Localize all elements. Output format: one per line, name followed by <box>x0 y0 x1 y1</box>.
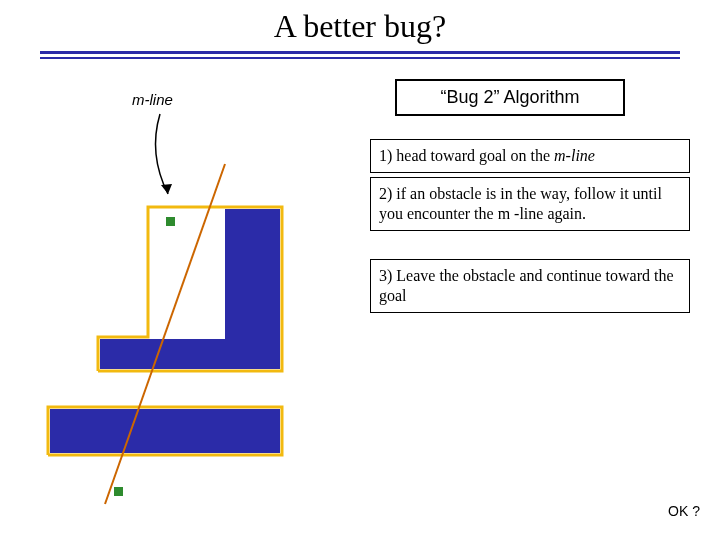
step-2: 2) if an obstacle is in the way, follow … <box>370 177 690 231</box>
waypoint-start <box>114 487 123 496</box>
footer-ok: OK ? <box>668 503 700 519</box>
algorithm-title-box: “Bug 2” Algorithm <box>395 79 625 116</box>
title-rule <box>40 51 680 59</box>
label-arrow <box>156 114 169 194</box>
step-1-text-a: 1) head toward goal on the <box>379 147 554 164</box>
step-1-text-b: m-line <box>554 147 595 164</box>
slide-title: A better bug? <box>0 0 720 51</box>
mline-label: m-line <box>132 91 173 108</box>
bug-diagram <box>30 109 360 509</box>
step-3: 3) Leave the obstacle and continue towar… <box>370 259 690 313</box>
obstacle-lower <box>50 409 280 453</box>
waypoint-goal <box>166 217 175 226</box>
content-area: m-line “Bug 2” Algorithm 1) head toward … <box>0 59 720 529</box>
obstacle-middle <box>100 339 280 369</box>
step-1: 1) head toward goal on the m-line <box>370 139 690 173</box>
